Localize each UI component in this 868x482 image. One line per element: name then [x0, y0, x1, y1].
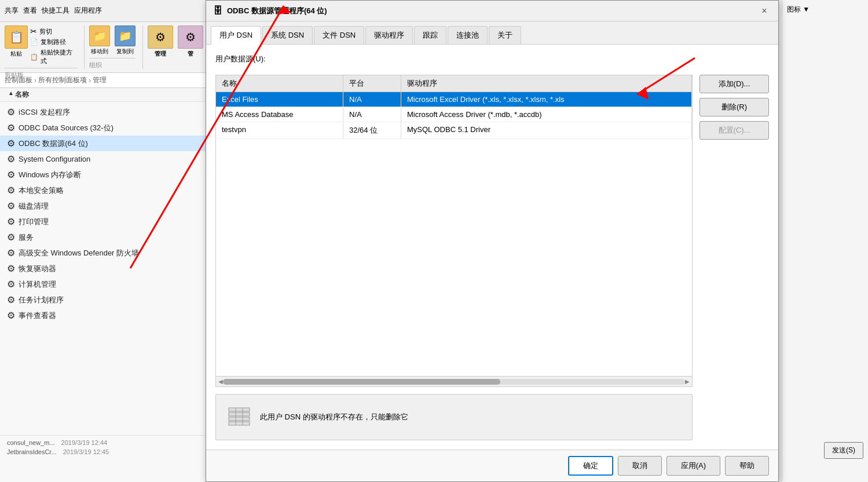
info-box: 此用户 DSN 的驱动程序不存在，只能删除它: [215, 394, 693, 440]
odbc64-icon: ⚙: [7, 138, 15, 149]
dsn-row-excel[interactable]: Excel Files N/A Microsoft Excel Driver (…: [216, 92, 692, 107]
row-testvpn-platform: 32/64 位: [343, 122, 401, 138]
add-button[interactable]: 添加(D)...: [699, 75, 769, 93]
toolbar-quicktools[interactable]: 快捷工具: [42, 6, 69, 16]
dialog-title-text: ODBC 数据源管理程序(64 位): [227, 6, 327, 16]
sidebar-item-label-services: 服务: [19, 232, 34, 243]
sidebar-item-label-odbc32: ODBC Data Sources (32-位): [19, 123, 113, 133]
sidebar-item-eventvwr[interactable]: ⚙ 事件查看器: [0, 308, 208, 323]
eventvwr-icon: ⚙: [7, 310, 15, 321]
dialog-title: 🗄 ODBC 数据源管理程序(64 位): [213, 6, 327, 16]
svg-rect-1: [229, 412, 250, 416]
sidebar-item-label-odbc64: ODBC 数据源(64 位): [19, 138, 88, 149]
sysconfig-icon: ⚙: [7, 154, 15, 165]
dialog-footer: 确定 取消 应用(A) 帮助: [206, 450, 778, 481]
tab-system-dsn[interactable]: 系统 DSN: [262, 26, 313, 44]
dialog-content: 用户数据源(U): 名称 平台 驱动程序 Excel Files N/A: [206, 45, 778, 450]
ok-button[interactable]: 确定: [568, 456, 613, 476]
sidebar-item-odbc64[interactable]: ⚙ ODBC 数据源(64 位): [0, 136, 208, 151]
tab-about[interactable]: 关于: [489, 26, 521, 44]
ribbon-paste[interactable]: 📋: [5, 25, 28, 49]
tasksch-icon: ⚙: [7, 294, 15, 305]
sidebar-item-iscsi[interactable]: ⚙ iSCSI 发起程序: [0, 104, 208, 120]
table-area: 名称 平台 驱动程序 Excel Files N/A Microsoft Exc…: [215, 75, 693, 440]
diskcln-icon: ⚙: [7, 200, 15, 211]
localpol-icon: ⚙: [7, 185, 15, 196]
toolbar-share[interactable]: 共享: [5, 6, 19, 16]
tab-user-dsn[interactable]: 用户 DSN: [211, 26, 261, 45]
col-driver: 驱动程序: [401, 75, 692, 92]
tab-connpool[interactable]: 连接池: [448, 26, 488, 44]
address-part3: 管理: [93, 75, 107, 85]
toolbar-view[interactable]: 查看: [23, 6, 37, 16]
tab-file-dsn[interactable]: 文件 DSN: [314, 26, 364, 44]
dsn-row-testvpn[interactable]: testvpn 32/64 位 MySQL ODBC 5.1 Driver: [216, 122, 692, 139]
odbc-dialog: 🗄 ODBC 数据源管理程序(64 位) × 用户 DSN 系统 DSN 文件 …: [206, 0, 779, 482]
cancel-button[interactable]: 取消: [618, 456, 662, 476]
col-name: 名称: [216, 75, 343, 92]
sidebar-item-odbc32[interactable]: ⚙ ODBC Data Sources (32-位): [0, 120, 208, 136]
odbc32-icon: ⚙: [7, 122, 15, 133]
ribbon-copyto[interactable]: 📁: [115, 25, 135, 46]
apply-button[interactable]: 应用(A): [666, 456, 720, 476]
sidebar-item-label-recovery: 恢复驱动器: [19, 264, 56, 274]
bottom-file1[interactable]: consul_new_m... 2019/3/19 12:44: [7, 438, 201, 447]
sidebar-item-printmgr[interactable]: ⚙ 打印管理: [0, 214, 208, 229]
dsn-table: 名称 平台 驱动程序 Excel Files N/A Microsoft Exc…: [215, 75, 693, 387]
col-header-up[interactable]: ▲: [7, 90, 15, 100]
send-button[interactable]: 发送(S): [824, 442, 863, 459]
table-header: 名称 平台 驱动程序: [216, 75, 692, 92]
ribbon-pasteshortcut[interactable]: 📋 粘贴快捷方式: [30, 48, 77, 65]
sidebar-list: ⚙ iSCSI 发起程序 ⚙ ODBC Data Sources (32-位) …: [0, 102, 208, 482]
dsn-row-access[interactable]: MS Access Database N/A Microsoft Access …: [216, 107, 692, 122]
sidebar-item-services[interactable]: ⚙ 服务: [0, 229, 208, 245]
firewall-icon: ⚙: [7, 247, 15, 258]
sidebar-item-tasksch[interactable]: ⚙ 任务计划程序: [0, 292, 208, 308]
icon-view-label[interactable]: 图标 ▼: [787, 5, 810, 13]
config-button[interactable]: 配置(C)...: [699, 121, 769, 140]
compmgmt-icon: ⚙: [7, 279, 15, 290]
toolbar-apps[interactable]: 应用程序: [74, 6, 102, 16]
sidebar-item-firewall[interactable]: ⚙ 高级安全 Windows Defender 防火墙: [0, 245, 208, 261]
col-header-name[interactable]: 名称: [15, 90, 201, 100]
row-excel-name: Excel Files: [216, 92, 343, 107]
remove-button[interactable]: 删除(R): [699, 98, 769, 116]
sidebar-item-label-localpol: 本地安全策略: [19, 185, 64, 196]
sidebar-item-sysconfig[interactable]: ⚙ System Configuration: [0, 151, 208, 167]
section-label: 用户数据源(U):: [215, 54, 769, 64]
sidebar-item-diskcln[interactable]: ⚙ 磁盘清理: [0, 198, 208, 214]
svg-rect-3: [229, 422, 250, 425]
help-button[interactable]: 帮助: [725, 456, 769, 476]
close-button[interactable]: ×: [757, 4, 771, 18]
explorer-panel: 共享 查看 快捷工具 应用程序 📋 粘贴 ✂ 剪切 📄 复制路径: [0, 0, 208, 482]
row-excel-driver: Microsoft Excel Driver (*.xls, *.xlsx, *…: [401, 92, 692, 107]
svg-rect-2: [229, 417, 250, 421]
printmgr-icon: ⚙: [7, 216, 15, 227]
ribbon-moveto[interactable]: 📁: [89, 25, 110, 46]
ribbon-manage[interactable]: ⚙: [148, 25, 173, 49]
info-icon: [225, 403, 253, 431]
ribbon-copypath[interactable]: 📄 复制路径: [30, 38, 77, 46]
right-buttons: 添加(D)... 删除(R) 配置(C)...: [699, 75, 769, 440]
sidebar-item-localpol[interactable]: ⚙ 本地安全策略: [0, 182, 208, 198]
address-part2: 所有控制面板项: [38, 75, 87, 85]
sidebar-item-compmgmt[interactable]: ⚙ 计算机管理: [0, 276, 208, 292]
table-scrollbar[interactable]: ◀ ▶: [216, 376, 692, 386]
sidebar-item-recovery[interactable]: ⚙ 恢复驱动器: [0, 261, 208, 276]
sidebar-item-label-sysconfig: System Configuration: [19, 155, 90, 163]
tab-trace[interactable]: 跟踪: [414, 26, 446, 44]
info-text: 此用户 DSN 的驱动程序不存在，只能删除它: [260, 412, 408, 422]
sidebar-item-label-iscsi: iSCSI 发起程序: [19, 107, 70, 118]
tab-drivers[interactable]: 驱动程序: [365, 26, 413, 44]
dialog-title-icon: 🗄: [213, 6, 222, 16]
sidebar-item-label-firewall: 高级安全 Windows Defender 防火墙: [19, 248, 139, 258]
sidebar-item-memdiag[interactable]: ⚙ Windows 内存诊断: [0, 167, 208, 182]
ribbon-area: 📋 粘贴 ✂ 剪切 📄 复制路径 📋 粘贴快捷方式 剪贴板: [0, 22, 208, 73]
sidebar-item-label-tasksch: 任务计划程序: [19, 295, 64, 305]
ribbon-manage2[interactable]: ⚙: [178, 25, 203, 49]
ribbon-cut[interactable]: ✂ 剪切: [30, 27, 77, 36]
sidebar-item-label-compmgmt: 计算机管理: [19, 279, 56, 290]
row-testvpn-driver: MySQL ODBC 5.1 Driver: [401, 122, 692, 138]
row-testvpn-name: testvpn: [216, 122, 343, 138]
bottom-file2[interactable]: JetbrainsIdesCr... 2019/3/19 12:45: [7, 447, 201, 457]
